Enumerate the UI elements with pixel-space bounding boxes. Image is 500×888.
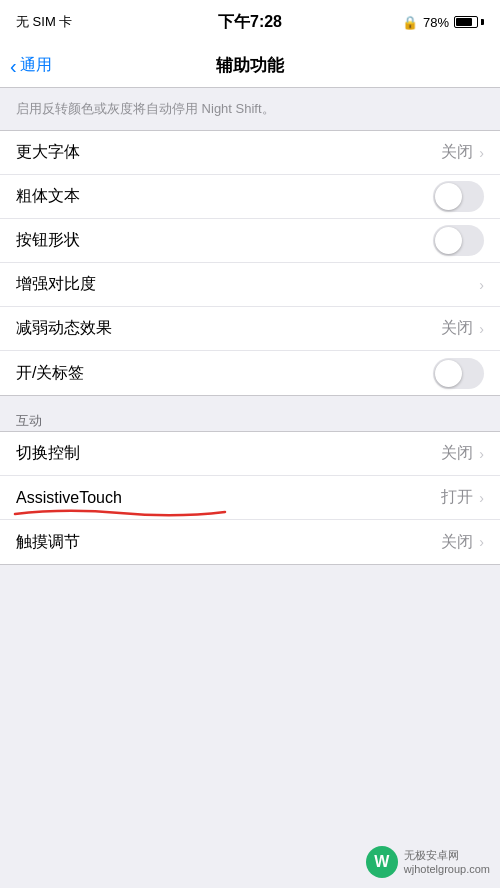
bold-text-label: 粗体文本 [16, 186, 80, 207]
button-shapes-row[interactable]: 按钮形状 [0, 219, 500, 263]
switch-control-label: 切换控制 [16, 443, 80, 464]
bold-text-right [433, 181, 484, 212]
switch-control-row[interactable]: 切换控制 关闭 › [0, 432, 500, 476]
red-underline-annotation [10, 507, 230, 517]
button-shapes-toggle-thumb [435, 227, 462, 254]
watermark-text: 无极安卓网 wjhotelgroup.com [404, 848, 490, 877]
bold-text-row[interactable]: 粗体文本 [0, 175, 500, 219]
battery-icon [454, 16, 484, 28]
assistive-touch-value: 打开 [441, 487, 473, 508]
status-right: 🔒 78% [402, 15, 484, 30]
button-shapes-toggle[interactable] [433, 225, 484, 256]
on-off-labels-toggle-thumb [435, 360, 462, 387]
touch-adjustment-value: 关闭 [441, 532, 473, 553]
assistive-touch-chevron: › [479, 490, 484, 506]
switch-control-value: 关闭 [441, 443, 473, 464]
touch-adjustment-row[interactable]: 触摸调节 关闭 › [0, 520, 500, 564]
increase-contrast-row[interactable]: 增强对比度 › [0, 263, 500, 307]
watermark-line1: 无极安卓网 [404, 848, 490, 862]
back-chevron-icon: ‹ [10, 56, 17, 76]
interaction-section-gap: 互动 [0, 396, 500, 431]
touch-adjustment-chevron: › [479, 534, 484, 550]
page-title: 辅助功能 [216, 54, 284, 77]
switch-control-chevron: › [479, 446, 484, 462]
reduce-motion-row[interactable]: 减弱动态效果 关闭 › [0, 307, 500, 351]
button-shapes-label: 按钮形状 [16, 230, 80, 251]
interaction-header: 互动 [0, 396, 500, 434]
larger-text-right: 关闭 › [441, 142, 484, 163]
reduce-motion-value: 关闭 [441, 318, 473, 339]
nav-bar: ‹ 通用 辅助功能 [0, 44, 500, 88]
button-shapes-right [433, 225, 484, 256]
content-area: 启用反转颜色或灰度将自动停用 Night Shift。 更大字体 关闭 › 粗体… [0, 88, 500, 888]
carrier-text: 无 SIM 卡 [16, 13, 72, 31]
on-off-labels-row[interactable]: 开/关标签 [0, 351, 500, 395]
assistive-touch-row[interactable]: AssistiveTouch 打开 › [0, 476, 500, 520]
battery-percent: 78% [423, 15, 449, 30]
assistive-touch-right: 打开 › [441, 487, 484, 508]
interaction-settings-group: 切换控制 关闭 › AssistiveTouch 打开 › 触摸调节 关闭 › [0, 431, 500, 565]
reduce-motion-chevron: › [479, 321, 484, 337]
battery-body [454, 16, 478, 28]
time-text: 下午7:28 [218, 12, 282, 33]
main-settings-group: 更大字体 关闭 › 粗体文本 按钮形状 [0, 130, 500, 396]
on-off-labels-right [433, 358, 484, 389]
watermark: W 无极安卓网 wjhotelgroup.com [366, 846, 490, 878]
larger-text-value: 关闭 [441, 142, 473, 163]
assistive-touch-label: AssistiveTouch [16, 489, 122, 507]
larger-text-chevron: › [479, 145, 484, 161]
bold-text-toggle[interactable] [433, 181, 484, 212]
increase-contrast-right: › [479, 277, 484, 293]
switch-control-right: 关闭 › [441, 443, 484, 464]
increase-contrast-label: 增强对比度 [16, 274, 96, 295]
touch-adjustment-label: 触摸调节 [16, 532, 80, 553]
status-bar: 无 SIM 卡 下午7:28 🔒 78% [0, 0, 500, 44]
increase-contrast-chevron: › [479, 277, 484, 293]
watermark-line2: wjhotelgroup.com [404, 862, 490, 876]
larger-text-row[interactable]: 更大字体 关闭 › [0, 131, 500, 175]
reduce-motion-label: 减弱动态效果 [16, 318, 112, 339]
on-off-labels-label: 开/关标签 [16, 363, 84, 384]
larger-text-label: 更大字体 [16, 142, 80, 163]
lock-icon: 🔒 [402, 15, 418, 30]
on-off-labels-toggle[interactable] [433, 358, 484, 389]
back-button[interactable]: ‹ 通用 [10, 55, 52, 76]
watermark-logo: W [366, 846, 398, 878]
bold-text-toggle-thumb [435, 183, 462, 210]
battery-tip [481, 19, 484, 25]
battery-fill [456, 18, 472, 26]
back-label: 通用 [20, 55, 52, 76]
touch-adjustment-right: 关闭 › [441, 532, 484, 553]
reduce-motion-right: 关闭 › [441, 318, 484, 339]
notice-text: 启用反转颜色或灰度将自动停用 Night Shift。 [0, 88, 500, 130]
